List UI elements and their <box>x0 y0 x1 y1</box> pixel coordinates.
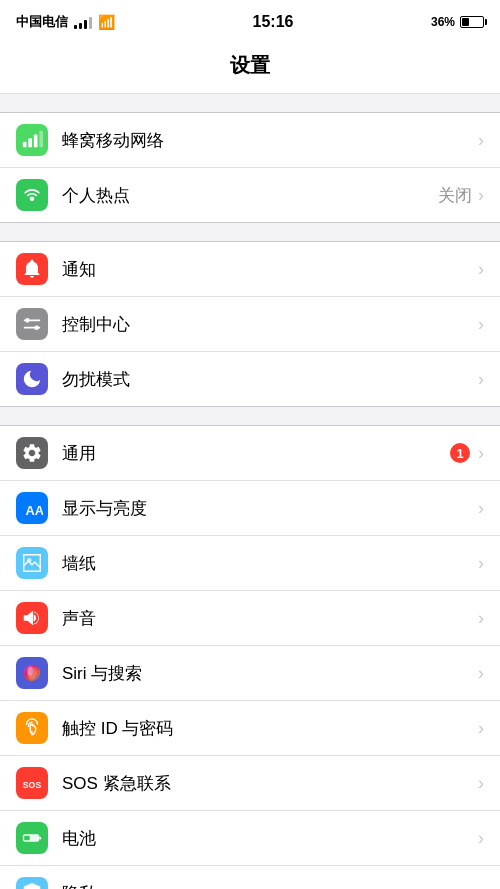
sos-icon: SOS <box>16 767 48 799</box>
display-icon: AA <box>16 492 48 524</box>
row-display[interactable]: AA 显示与亮度 › <box>0 481 500 536</box>
hotspot-label: 个人热点 <box>62 184 438 207</box>
general-icon <box>16 437 48 469</box>
general-chevron: › <box>478 443 484 464</box>
bell-svg <box>21 258 43 280</box>
status-time: 15:16 <box>253 13 294 31</box>
hotspot-value: 关闭 <box>438 184 472 207</box>
wallpaper-chevron: › <box>478 553 484 574</box>
svg-point-16 <box>27 667 33 676</box>
svg-rect-20 <box>24 836 29 841</box>
svg-rect-0 <box>23 142 27 148</box>
row-cellular[interactable]: 蜂窝移动网络 › <box>0 113 500 168</box>
status-bar: 中国电信 📶 15:16 36% <box>0 0 500 44</box>
wallpaper-svg <box>21 552 43 574</box>
cellular-label: 蜂窝移动网络 <box>62 129 478 152</box>
moon-svg <box>21 368 43 390</box>
siri-chevron: › <box>478 663 484 684</box>
general-label: 通用 <box>62 442 450 465</box>
cellular-svg <box>21 129 43 151</box>
siri-icon <box>16 657 48 689</box>
cellular-icon <box>16 124 48 156</box>
siri-svg <box>21 662 43 684</box>
signal-icon <box>74 15 92 29</box>
svg-text:SOS: SOS <box>23 780 42 790</box>
hotspot-svg <box>21 184 43 206</box>
display-svg: AA <box>21 497 43 519</box>
sound-chevron: › <box>478 608 484 629</box>
control-center-icon <box>16 308 48 340</box>
status-left: 中国电信 📶 <box>16 13 115 31</box>
hotspot-chevron: › <box>478 185 484 206</box>
wallpaper-icon <box>16 547 48 579</box>
display-label: 显示与亮度 <box>62 497 478 520</box>
hotspot-icon <box>16 179 48 211</box>
row-touch-id[interactable]: 触控 ID 与密码 › <box>0 701 500 756</box>
battery-label: 电池 <box>62 827 478 850</box>
row-dnd[interactable]: 勿扰模式 › <box>0 352 500 406</box>
battery-chevron: › <box>478 828 484 849</box>
row-siri[interactable]: Siri 与搜索 › <box>0 646 500 701</box>
sos-svg: SOS <box>21 772 43 794</box>
status-right: 36% <box>431 15 484 29</box>
touch-id-label: 触控 ID 与密码 <box>62 717 478 740</box>
notification-chevron: › <box>478 259 484 280</box>
touch-id-icon <box>16 712 48 744</box>
notification-icon <box>16 253 48 285</box>
dnd-icon <box>16 363 48 395</box>
control-center-label: 控制中心 <box>62 313 478 336</box>
notification-label: 通知 <box>62 258 478 281</box>
row-hotspot[interactable]: 个人热点 关闭 › <box>0 168 500 222</box>
sliders-svg <box>21 313 43 335</box>
dnd-chevron: › <box>478 369 484 390</box>
svg-rect-2 <box>34 135 38 148</box>
battery-icon-svg <box>21 827 43 849</box>
siri-label: Siri 与搜索 <box>62 662 478 685</box>
row-notification[interactable]: 通知 › <box>0 242 500 297</box>
row-battery[interactable]: 电池 › <box>0 811 500 866</box>
row-sound[interactable]: 声音 › <box>0 591 500 646</box>
control-center-chevron: › <box>478 314 484 335</box>
section-network: 蜂窝移动网络 › 个人热点 关闭 › <box>0 112 500 223</box>
battery-percent: 36% <box>431 15 455 29</box>
row-wallpaper[interactable]: 墙纸 › <box>0 536 500 591</box>
carrier-label: 中国电信 <box>16 13 68 31</box>
svg-rect-3 <box>39 131 43 148</box>
privacy-chevron: › <box>478 883 484 890</box>
privacy-svg <box>21 882 43 889</box>
sos-chevron: › <box>478 773 484 794</box>
gear-svg <box>21 442 43 464</box>
general-badge: 1 <box>450 443 470 463</box>
battery-icon <box>460 16 484 28</box>
touch-id-chevron: › <box>478 718 484 739</box>
section-notifications: 通知 › 控制中心 › 勿扰模式 › <box>0 241 500 407</box>
svg-rect-19 <box>39 837 41 840</box>
svg-text:AA: AA <box>26 503 43 518</box>
wallpaper-label: 墙纸 <box>62 552 478 575</box>
svg-marker-13 <box>24 611 33 626</box>
row-sos[interactable]: SOS SOS 紧急联系 › <box>0 756 500 811</box>
privacy-label: 隐私 <box>62 882 478 890</box>
sound-label: 声音 <box>62 607 478 630</box>
row-control-center[interactable]: 控制中心 › <box>0 297 500 352</box>
dnd-label: 勿扰模式 <box>62 368 478 391</box>
privacy-icon <box>16 877 48 889</box>
sos-label: SOS 紧急联系 <box>62 772 478 795</box>
row-general[interactable]: 通用 1 › <box>0 426 500 481</box>
sound-svg <box>21 607 43 629</box>
battery-icon-wrap <box>16 822 48 854</box>
svg-rect-1 <box>28 138 32 147</box>
display-chevron: › <box>478 498 484 519</box>
page-title: 设置 <box>0 44 500 94</box>
svg-point-4 <box>30 196 35 201</box>
row-privacy[interactable]: 隐私 › <box>0 866 500 889</box>
wifi-icon: 📶 <box>98 14 115 30</box>
sound-icon <box>16 602 48 634</box>
cellular-chevron: › <box>478 130 484 151</box>
section-general: 通用 1 › AA 显示与亮度 › 墙纸 › <box>0 425 500 889</box>
fingerprint-svg <box>21 717 43 739</box>
